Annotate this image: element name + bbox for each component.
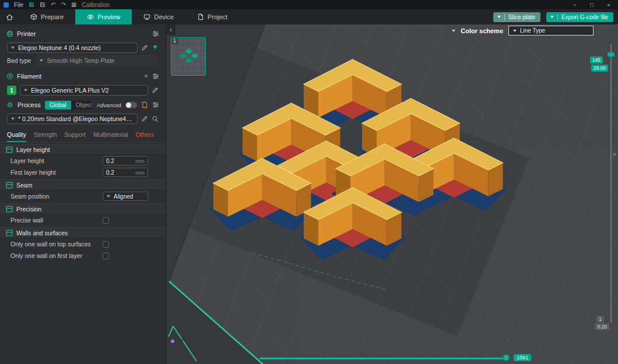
slice-options-caret-icon[interactable]: [497, 16, 501, 18]
one-wall-top-checkbox[interactable]: [103, 241, 109, 248]
prepare-cube-icon: [30, 13, 37, 20]
precise-wall-checkbox[interactable]: [103, 217, 109, 224]
slice-plate-button[interactable]: Slice plate: [493, 12, 540, 22]
tab-project-label: Project: [208, 13, 227, 20]
bed-type-select[interactable]: Smooth High Temp Plate: [36, 55, 159, 66]
home-icon: [6, 13, 13, 21]
move-slider-track[interactable]: [259, 358, 507, 359]
param-row-one-wall-top: Only one wall on top surfaces: [0, 238, 166, 250]
filament-preset-value: Elegoo Generic PLA Plus V2: [31, 87, 109, 94]
printer-tune-icon[interactable]: [152, 30, 159, 37]
layer-height-input[interactable]: mm: [103, 156, 148, 165]
scope-objects-button[interactable]: Objects: [71, 101, 92, 109]
seam-position-select[interactable]: Aligned: [103, 192, 148, 201]
param-tab-others[interactable]: Others: [136, 131, 154, 142]
scope-global-button[interactable]: Global: [45, 101, 71, 109]
close-button[interactable]: ×: [603, 2, 615, 8]
save-project-icon[interactable]: [29, 2, 34, 8]
section-precision[interactable]: Precision: [0, 203, 166, 214]
section-seam[interactable]: Seam: [0, 179, 166, 190]
edit-process-icon[interactable]: [141, 115, 148, 122]
advanced-toggle[interactable]: [125, 102, 137, 108]
param-tab-quality[interactable]: Quality: [7, 131, 26, 142]
slice-plate-label: Slice plate: [508, 14, 535, 20]
calibration-icon[interactable]: ▦: [71, 2, 76, 8]
section-walls-surfaces[interactable]: Walls and surfaces: [0, 227, 166, 238]
param-tab-multimaterial[interactable]: Multimaterial: [93, 131, 128, 142]
printer-section-title: Printer: [17, 30, 36, 37]
printer-preset-select[interactable]: Elegoo Neptune 4 (0.4 nozzle): [7, 43, 138, 53]
project-document-icon: [197, 13, 204, 20]
save-icon[interactable]: [40, 2, 45, 8]
preview-viewport[interactable]: ‹ 1 Color scheme Line Type: [166, 24, 618, 364]
layer-height-value[interactable]: [106, 158, 131, 164]
param-label: Precise wall: [10, 217, 103, 224]
tab-preview[interactable]: Preview: [75, 9, 132, 24]
line-type-select[interactable]: Line Type: [508, 26, 594, 36]
layer-slider-track[interactable]: [610, 44, 612, 323]
param-row-seam-position: Seam position Aligned: [0, 190, 166, 202]
first-layer-height-input[interactable]: mm: [103, 168, 148, 177]
tabbar-actions: Slice plate Export G-code file: [493, 9, 613, 24]
move-count-badge: 1561: [514, 354, 531, 361]
param-row-precise-wall: Precise wall: [0, 214, 166, 226]
maximize-button[interactable]: □: [586, 2, 598, 8]
first-layer-height-value[interactable]: [106, 169, 131, 176]
viewport-3d-scene[interactable]: [166, 24, 618, 364]
plate-thumbnail-preview: [177, 47, 201, 68]
home-tab[interactable]: [0, 9, 19, 24]
chevron-down-icon: [11, 47, 15, 49]
param-label: Only one wall on first layer: [10, 252, 103, 259]
move-slider-handle[interactable]: [503, 354, 510, 361]
tab-project[interactable]: Project: [185, 9, 239, 24]
line-type-value: Line Type: [520, 27, 545, 34]
unit-label: mm: [135, 158, 145, 164]
orientation-gizmo[interactable]: Top: [166, 320, 213, 364]
printer-connection-icon[interactable]: [152, 44, 159, 51]
process-preset-select[interactable]: * 0.20mm Standard @Elegoo Neptune4 (0.4 …: [7, 114, 138, 124]
search-preset-icon[interactable]: [152, 115, 159, 122]
process-section-title: Process: [17, 101, 41, 108]
titlebar: File ↶ ↷ ▦ Calibration − □ ×: [0, 0, 618, 9]
toggle-knob: [126, 103, 131, 108]
tab-device[interactable]: Device: [132, 9, 185, 24]
layer-max-badge: 145: [590, 56, 603, 63]
bed-type-value: Smooth High Temp Plate: [47, 57, 114, 64]
process-tune-icon[interactable]: [152, 101, 159, 108]
chevron-down-icon[interactable]: [452, 30, 455, 32]
seam-position-value: Aligned: [114, 193, 133, 200]
param-label: Only one wall on top surfaces: [10, 241, 103, 248]
tab-prepare[interactable]: Prepare: [19, 9, 75, 24]
filament-tune-icon[interactable]: [152, 73, 159, 80]
chevron-down-icon: [107, 195, 110, 197]
calibration-menu[interactable]: Calibration: [82, 2, 110, 8]
section-icon: [6, 206, 13, 213]
layer-max-height-badge: 29.00: [591, 65, 608, 72]
one-wall-first-checkbox[interactable]: [103, 253, 109, 259]
filament-preset-select[interactable]: Elegoo Generic PLA Plus V2: [20, 85, 148, 96]
layer-min-height-badge: 0.20: [595, 323, 609, 330]
settings-sidebar: Printer Elegoo Neptune 4 (0.4 nozzle) Be…: [0, 24, 166, 364]
edit-printer-icon[interactable]: [141, 44, 148, 51]
edit-filament-icon[interactable]: [152, 87, 159, 94]
param-tabbar: Quality Strength Support Multimaterial O…: [0, 126, 166, 143]
param-tab-support[interactable]: Support: [64, 131, 86, 142]
process-notes-icon[interactable]: [141, 101, 148, 108]
filament-slot-badge[interactable]: 1: [7, 86, 16, 95]
section-title: Layer height: [16, 146, 50, 153]
param-tab-strength[interactable]: Strength: [34, 131, 57, 142]
sidebar-collapse-button[interactable]: ‹: [166, 24, 175, 35]
export-gcode-button[interactable]: Export G-code file: [546, 12, 613, 22]
section-layer-height[interactable]: Layer height: [0, 144, 166, 155]
undo-icon[interactable]: ↶: [51, 2, 55, 8]
tab-preview-label: Preview: [97, 13, 120, 20]
plate-thumbnail[interactable]: 1: [171, 37, 206, 76]
redo-icon[interactable]: ↷: [61, 2, 66, 8]
layer-slider-handle[interactable]: [608, 52, 615, 56]
export-options-caret-icon[interactable]: [550, 16, 554, 18]
minimize-button[interactable]: −: [569, 2, 581, 8]
chevron-down-icon: [24, 89, 27, 91]
one-layer-mode-icon[interactable]: ×: [613, 151, 616, 158]
file-menu[interactable]: File: [14, 2, 23, 8]
add-filament-icon[interactable]: +: [144, 73, 148, 80]
